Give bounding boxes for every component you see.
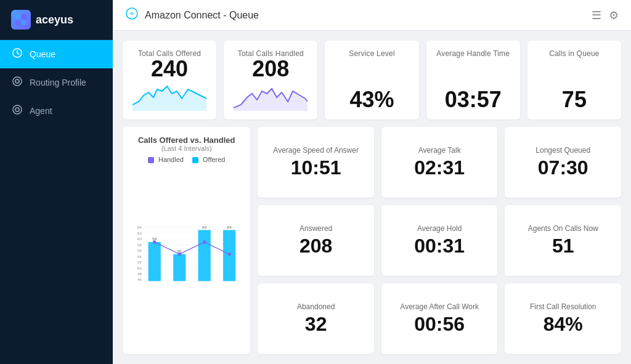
- handled-legend-dot: [148, 157, 154, 163]
- avg-speed-value: 10:51: [291, 157, 341, 179]
- avg-talk-label: Average Talk: [418, 146, 461, 155]
- topbar-left: Amazon Connect - Queue: [125, 7, 259, 23]
- avg-after-call-label: Average After Call Work: [400, 302, 479, 311]
- offered-legend-dot: [192, 157, 198, 163]
- line-chart: [155, 242, 229, 254]
- stat-avg-after-call-work: Average After Call Work 00:56: [381, 283, 498, 354]
- offered-legend-label: Offered: [203, 156, 226, 163]
- total-calls-handled-value: 208: [252, 58, 289, 80]
- line-dot-4: [227, 253, 230, 256]
- avg-handle-time-label: Average Handle Time: [436, 49, 510, 58]
- svg-text:50: 50: [137, 267, 142, 270]
- menu-icon[interactable]: ☰: [592, 9, 601, 22]
- svg-text:46: 46: [137, 278, 142, 282]
- svg-rect-0: [15, 14, 20, 19]
- svg-point-8: [15, 108, 19, 111]
- svg-text:52: 52: [137, 261, 142, 264]
- first-call-res-value: 84%: [543, 313, 583, 335]
- line-dot-1: [153, 240, 156, 243]
- stat-avg-talk: Average Talk 02:31: [381, 127, 498, 198]
- sidebar-item-queue-label: Queue: [30, 49, 55, 59]
- svg-text:58: 58: [137, 243, 142, 247]
- svg-text:63: 63: [202, 225, 206, 229]
- sidebar-item-queue[interactable]: Queue: [0, 40, 113, 68]
- logo-icon: [11, 10, 31, 30]
- logo-text: aceyus: [36, 14, 73, 26]
- svg-text:56: 56: [137, 249, 142, 253]
- svg-text:48: 48: [137, 272, 142, 276]
- answered-label: Answered: [299, 224, 332, 233]
- svg-text:54: 54: [137, 255, 142, 259]
- stat-abandoned: Abandoned 32: [258, 283, 374, 354]
- sidebar-item-agent[interactable]: Agent: [0, 97, 113, 125]
- line-dot-2: [178, 253, 181, 256]
- abandoned-value: 32: [305, 313, 327, 335]
- svg-point-7: [13, 105, 22, 114]
- avg-hold-label: Average Hold: [417, 224, 462, 233]
- svg-rect-2: [15, 20, 20, 25]
- total-calls-chart: [132, 80, 206, 111]
- chart-card: Calls Offered vs. Handled (Last 4 Interv…: [123, 127, 250, 354]
- svg-rect-3: [22, 20, 26, 25]
- bottom-row: Calls Offered vs. Handled (Last 4 Interv…: [123, 127, 621, 354]
- longest-queued-value: 07:30: [538, 157, 588, 179]
- stat-answered: Answered 208: [258, 205, 374, 276]
- calls-in-queue-value: 75: [562, 89, 587, 111]
- svg-text:63: 63: [227, 225, 232, 229]
- topbar-title: Amazon Connect - Queue: [145, 10, 259, 21]
- metric-total-calls-handled: Total Calls Handled 208: [224, 41, 317, 119]
- service-level-value: 43%: [349, 89, 394, 111]
- svg-text:62: 62: [137, 232, 142, 235]
- bar-1: [149, 242, 161, 281]
- bar-chart-svg: 64 62 60 58 56 54 52 50 48 46: [132, 167, 240, 346]
- chart-subtitle: (Last 4 Intervals): [132, 145, 240, 152]
- queue-icon: [11, 47, 23, 61]
- abandoned-label: Abandoned: [297, 302, 335, 311]
- total-calls-offered-value: 240: [151, 58, 188, 80]
- total-handled-chart: [234, 80, 307, 111]
- answered-value: 208: [299, 235, 332, 257]
- calls-in-queue-label: Calls in Queue: [549, 49, 600, 58]
- service-level-label: Service Level: [349, 49, 395, 58]
- agents-on-calls-value: 51: [552, 235, 574, 257]
- chart-title: Calls Offered vs. Handled: [132, 135, 240, 145]
- metric-service-level: Service Level 43%: [325, 41, 418, 119]
- main-content: Amazon Connect - Queue ☰ ⚙ Total Calls O…: [113, 0, 631, 364]
- sidebar-logo: aceyus: [0, 0, 113, 40]
- avg-hold-value: 00:31: [414, 235, 465, 257]
- stat-first-call-resolution: First Call Resolution 84%: [505, 283, 621, 354]
- svg-text:64: 64: [137, 226, 142, 230]
- svg-point-5: [13, 77, 22, 86]
- agent-icon: [11, 104, 23, 118]
- agents-on-calls-label: Agents On Calls Now: [528, 224, 598, 233]
- stat-avg-hold: Average Hold 00:31: [381, 205, 498, 276]
- handled-legend: Handled: [148, 156, 184, 163]
- offered-legend: Offered: [192, 156, 226, 163]
- sidebar-item-agent-label: Agent: [30, 106, 52, 116]
- top-metrics-row: Total Calls Offered 240 Total Calls Hand…: [123, 41, 621, 119]
- sidebar: aceyus Queue Routing Profile Agent: [0, 0, 113, 364]
- sidebar-item-routing-profile[interactable]: Routing Profile: [0, 68, 113, 97]
- dashboard-content: Total Calls Offered 240 Total Calls Hand…: [113, 31, 631, 364]
- first-call-res-label: First Call Resolution: [530, 302, 596, 311]
- metric-total-calls-offered: Total Calls Offered 240: [123, 41, 216, 119]
- avg-talk-value: 02:31: [414, 157, 465, 179]
- line-dot-3: [203, 240, 206, 243]
- svg-point-6: [15, 79, 19, 83]
- routing-profile-icon: [11, 76, 23, 89]
- bar-2: [173, 254, 185, 281]
- bar-3: [198, 230, 211, 281]
- topbar-actions: ☰ ⚙: [592, 9, 619, 22]
- stat-avg-speed-answer: Average Speed of Answer 10:51: [258, 127, 374, 198]
- metric-calls-in-queue: Calls in Queue 75: [527, 41, 621, 119]
- longest-queued-label: Longest Queued: [535, 146, 590, 155]
- settings-icon[interactable]: ⚙: [609, 9, 619, 22]
- svg-text:60: 60: [137, 237, 142, 241]
- svg-rect-1: [22, 14, 26, 19]
- avg-after-call-value: 00:56: [414, 313, 465, 335]
- chart-legend: Handled Offered: [132, 156, 240, 163]
- handled-legend-label: Handled: [158, 156, 184, 163]
- sidebar-item-routing-label: Routing Profile: [30, 78, 86, 87]
- connect-icon: [125, 7, 139, 23]
- stat-agents-on-calls: Agents On Calls Now 51: [505, 205, 621, 276]
